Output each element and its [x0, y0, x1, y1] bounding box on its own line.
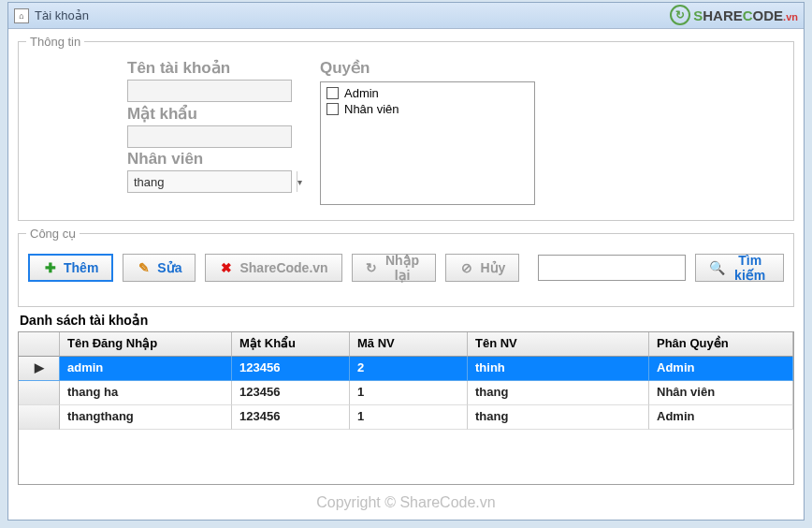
- username-input[interactable]: [127, 80, 292, 102]
- cancel-label: Hủy: [480, 260, 505, 275]
- cell[interactable]: [19, 381, 60, 405]
- perm-label: Quyền: [320, 58, 535, 78]
- chevron-down-icon[interactable]: ▾: [297, 171, 302, 192]
- cell[interactable]: thang: [468, 381, 649, 405]
- titlebar: ⌂ Tài khoản ↻ SHARECODE.vn: [8, 3, 804, 29]
- account-grid[interactable]: Tên Đăng Nhập Mật Khẩu Mã NV Tên NV Phân…: [18, 331, 794, 485]
- cell[interactable]: admin: [60, 357, 232, 381]
- info-groupbox: Thông tin Tên tài khoản Mật khẩu Nhân vi…: [18, 35, 794, 221]
- header-role[interactable]: Phân Quyền: [649, 332, 793, 357]
- delete-button[interactable]: ✖ ShareCode.vn: [205, 254, 341, 282]
- search-icon: 🔍: [709, 260, 724, 275]
- cell[interactable]: thangthang: [60, 405, 232, 430]
- perm-item-admin[interactable]: Admin: [326, 86, 529, 100]
- cell[interactable]: Admin: [649, 405, 793, 430]
- tools-groupbox: Công cụ ✚ Thêm ✎ Sửa ✖ ShareCode.vn ↻ Nh…: [18, 227, 794, 307]
- list-title: Danh sách tài khoản: [20, 313, 794, 328]
- header-empid[interactable]: Mã NV: [350, 332, 468, 357]
- x-icon: ✖: [219, 260, 234, 275]
- pencil-icon: ✎: [137, 260, 152, 275]
- table-row[interactable]: thang ha1234561thangNhân viên: [19, 381, 793, 405]
- delete-label: ShareCode.vn: [239, 260, 327, 275]
- perm-admin-label: Admin: [344, 86, 379, 100]
- window: ⌂ Tài khoản ↻ SHARECODE.vn Thông tin Tên…: [7, 2, 805, 521]
- search-label: Tìm kiếm: [730, 253, 770, 283]
- cell[interactable]: ▶: [19, 357, 60, 381]
- header-empname[interactable]: Tên NV: [468, 332, 649, 357]
- reload-button[interactable]: ↻ Nhập lại: [352, 254, 437, 282]
- perm-staff-label: Nhân viên: [344, 102, 399, 116]
- table-row[interactable]: ▶admin1234562thinhAdmin: [19, 357, 793, 381]
- reload-label: Nhập lại: [383, 253, 423, 283]
- table-row[interactable]: thangthang1234561thangAdmin: [19, 405, 793, 430]
- add-label: Thêm: [64, 260, 98, 275]
- app-icon: ⌂: [14, 8, 29, 23]
- search-input[interactable]: [538, 255, 686, 281]
- header-indicator: [19, 332, 60, 357]
- cell[interactable]: 1: [350, 381, 468, 405]
- cell[interactable]: Admin: [649, 357, 793, 381]
- username-label: Tên tài khoản: [127, 58, 292, 78]
- password-input[interactable]: [127, 125, 292, 148]
- cell[interactable]: 123456: [232, 381, 350, 405]
- grid-header: Tên Đăng Nhập Mật Khẩu Mã NV Tên NV Phân…: [19, 332, 793, 357]
- cell[interactable]: Nhân viên: [649, 381, 793, 405]
- perm-item-staff[interactable]: Nhân viên: [326, 102, 529, 116]
- cell[interactable]: thang: [468, 405, 649, 430]
- cell[interactable]: thinh: [468, 357, 649, 381]
- edit-button[interactable]: ✎ Sửa: [123, 254, 196, 282]
- brand-logo: ↻ SHARECODE.vn: [670, 5, 798, 25]
- grid-empty-area: [19, 430, 793, 484]
- cell[interactable]: 123456: [232, 357, 350, 381]
- brand-text: SHARECODE.vn: [693, 7, 798, 23]
- window-title: Tài khoản: [35, 8, 89, 22]
- left-fields: Tên tài khoản Mật khẩu Nhân viên ▾: [127, 56, 292, 205]
- cancel-icon: ⊘: [459, 260, 474, 275]
- header-username[interactable]: Tên Đăng Nhập: [60, 332, 232, 357]
- checkbox-icon[interactable]: [326, 103, 339, 115]
- info-legend: Thông tin: [26, 35, 84, 49]
- tools-legend: Công cụ: [26, 227, 80, 241]
- edit-label: Sửa: [157, 260, 181, 275]
- cell[interactable]: 1: [350, 405, 468, 430]
- add-button[interactable]: ✚ Thêm: [28, 254, 113, 282]
- recycle-icon: ↻: [670, 5, 690, 25]
- employee-combo[interactable]: ▾: [127, 170, 292, 193]
- cell[interactable]: 123456: [232, 405, 350, 430]
- perm-listbox[interactable]: Admin Nhân viên: [320, 81, 535, 205]
- password-label: Mật khẩu: [127, 104, 292, 124]
- right-fields: Quyền Admin Nhân viên: [320, 56, 535, 205]
- employee-combo-value[interactable]: [128, 171, 297, 192]
- plus-icon: ✚: [43, 260, 58, 275]
- employee-label: Nhân viên: [127, 150, 292, 169]
- refresh-icon: ↻: [366, 260, 377, 275]
- cancel-button[interactable]: ⊘ Hủy: [445, 254, 519, 282]
- search-button[interactable]: 🔍 Tìm kiếm: [695, 254, 784, 282]
- cell[interactable]: thang ha: [60, 381, 232, 405]
- header-password[interactable]: Mật Khẩu: [232, 332, 350, 357]
- checkbox-icon[interactable]: [326, 87, 339, 99]
- content: Thông tin Tên tài khoản Mật khẩu Nhân vi…: [8, 29, 804, 485]
- cell[interactable]: 2: [350, 357, 468, 381]
- cell[interactable]: [19, 405, 60, 430]
